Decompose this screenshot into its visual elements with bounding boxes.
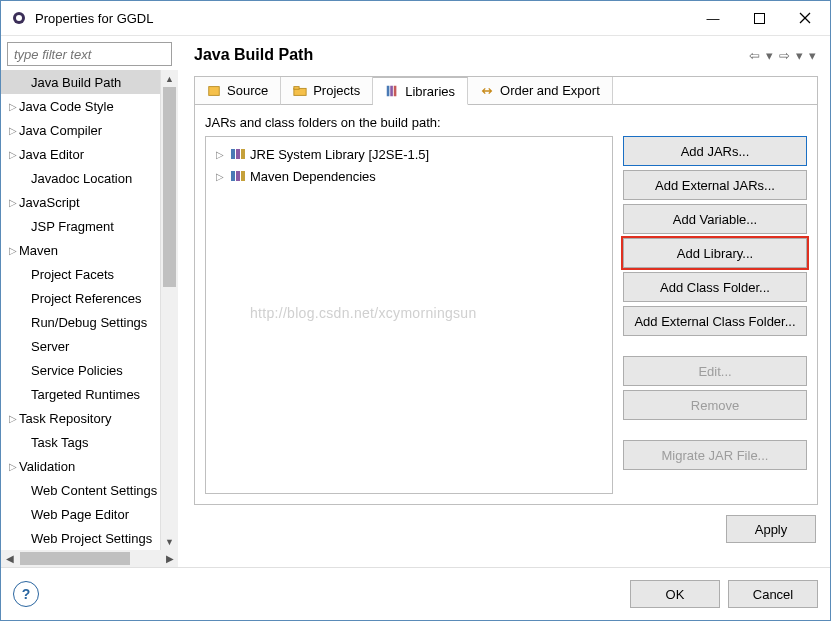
watermark-text: http://blog.csdn.net/xcymorningsun <box>250 305 477 321</box>
sidebar-item[interactable]: Server <box>1 334 160 358</box>
sidebar-item-label: Project Facets <box>31 267 114 282</box>
sidebar-item[interactable]: ▷Java Editor <box>1 142 160 166</box>
order-icon <box>480 84 494 98</box>
svg-rect-2 <box>754 13 764 23</box>
remove-button: Remove <box>623 390 807 420</box>
tab-label: Source <box>227 83 268 98</box>
scroll-right-icon[interactable]: ▶ <box>161 553 178 564</box>
window-title: Properties for GGDL <box>35 11 690 26</box>
sidebar-item[interactable]: Run/Debug Settings <box>1 310 160 334</box>
library-item[interactable]: ▷JRE System Library [J2SE-1.5] <box>210 143 608 165</box>
sidebar-item[interactable]: JSP Fragment <box>1 214 160 238</box>
svg-point-1 <box>16 15 22 21</box>
scroll-left-icon[interactable]: ◀ <box>1 553 18 564</box>
migrate-jar-file-button: Migrate JAR File... <box>623 440 807 470</box>
titlebar[interactable]: Properties for GGDL — <box>1 1 830 36</box>
sidebar-item[interactable]: ▷Maven <box>1 238 160 262</box>
edit-button: Edit... <box>623 356 807 386</box>
sidebar-item[interactable]: Project Facets <box>1 262 160 286</box>
expand-icon[interactable]: ▷ <box>216 171 226 182</box>
library-icon <box>230 170 246 182</box>
close-button[interactable] <box>782 2 828 34</box>
add-jars-button[interactable]: Add JARs... <box>623 136 807 166</box>
sidebar-item[interactable]: Targeted Runtimes <box>1 382 160 406</box>
library-item[interactable]: ▷Maven Dependencies <box>210 165 608 187</box>
add-external-jars-button[interactable]: Add External JARs... <box>623 170 807 200</box>
sidebar-item[interactable]: Project References <box>1 286 160 310</box>
tab-libraries[interactable]: Libraries <box>373 77 468 105</box>
expand-icon[interactable]: ▷ <box>7 149 19 160</box>
button-column: Add JARs...Add External JARs...Add Varia… <box>623 136 807 494</box>
ok-button[interactable]: OK <box>630 580 720 608</box>
projects-icon <box>293 84 307 98</box>
sidebar-item-label: JavaScript <box>19 195 80 210</box>
help-button[interactable]: ? <box>13 581 39 607</box>
sidebar-item[interactable]: ▷Java Compiler <box>1 118 160 142</box>
filter-container <box>7 42 172 66</box>
sidebar-item-label: Run/Debug Settings <box>31 315 147 330</box>
tab-order-and-export[interactable]: Order and Export <box>468 77 613 105</box>
expand-icon[interactable]: ▷ <box>216 149 226 160</box>
scroll-down-icon[interactable]: ▼ <box>161 533 178 550</box>
forward-menu-icon[interactable]: ▾ <box>794 48 805 63</box>
svg-rect-8 <box>387 86 390 97</box>
expand-icon[interactable]: ▷ <box>7 197 19 208</box>
back-icon[interactable]: ⇦ <box>747 48 762 63</box>
sidebar-item-label: Web Page Editor <box>31 507 129 522</box>
menu-icon[interactable]: ▾ <box>807 48 818 63</box>
sidebar-item[interactable]: Task Tags <box>1 430 160 454</box>
libraries-tabpane: JARs and class folders on the build path… <box>194 105 818 505</box>
cancel-button[interactable]: Cancel <box>728 580 818 608</box>
sidebar-item-label: Task Tags <box>31 435 89 450</box>
sidebar-vscrollbar[interactable]: ▲ ▼ <box>160 70 178 550</box>
tab-label: Libraries <box>405 84 455 99</box>
libraries-icon <box>385 84 399 98</box>
sidebar-item[interactable]: Java Build Path <box>1 70 160 94</box>
sidebar-item-label: Java Editor <box>19 147 84 162</box>
page-title: Java Build Path <box>194 46 747 64</box>
scroll-up-icon[interactable]: ▲ <box>161 70 178 87</box>
maximize-button[interactable] <box>736 2 782 34</box>
expand-icon[interactable]: ▷ <box>7 101 19 112</box>
scroll-thumb[interactable] <box>163 87 176 287</box>
sidebar-item[interactable]: Javadoc Location <box>1 166 160 190</box>
library-icon <box>230 148 246 160</box>
svg-rect-10 <box>394 86 397 97</box>
add-class-folder-button[interactable]: Add Class Folder... <box>623 272 807 302</box>
filter-input[interactable] <box>7 42 172 66</box>
category-tree: Java Build Path▷Java Code Style▷Java Com… <box>1 70 178 550</box>
svg-rect-16 <box>241 171 245 181</box>
svg-rect-5 <box>209 86 220 95</box>
sidebar-item[interactable]: ▷JavaScript <box>1 190 160 214</box>
expand-icon[interactable]: ▷ <box>7 125 19 136</box>
app-icon <box>11 10 27 26</box>
sidebar-item[interactable]: ▷Task Repository <box>1 406 160 430</box>
svg-rect-13 <box>241 149 245 159</box>
apply-button[interactable]: Apply <box>726 515 816 543</box>
add-variable-button[interactable]: Add Variable... <box>623 204 807 234</box>
back-menu-icon[interactable]: ▾ <box>764 48 775 63</box>
sidebar-item[interactable]: ▷Java Code Style <box>1 94 160 118</box>
sidebar-item[interactable]: Web Project Settings <box>1 526 160 550</box>
libraries-tree[interactable]: ▷JRE System Library [J2SE-1.5]▷Maven Dep… <box>205 136 613 494</box>
sidebar-hscrollbar[interactable]: ◀ ▶ <box>1 550 178 567</box>
add-library-button[interactable]: Add Library... <box>623 238 807 268</box>
sidebar-item[interactable]: Web Page Editor <box>1 502 160 526</box>
properties-dialog: Properties for GGDL — Java Build Path▷Ja… <box>0 0 831 621</box>
sidebar-item-label: Web Content Settings <box>31 483 157 498</box>
sidebar-item[interactable]: Web Content Settings <box>1 478 160 502</box>
expand-icon[interactable]: ▷ <box>7 461 19 472</box>
sidebar-item[interactable]: ▷Validation <box>1 454 160 478</box>
tab-label: Order and Export <box>500 83 600 98</box>
tab-source[interactable]: Source <box>195 77 281 105</box>
forward-icon[interactable]: ⇨ <box>777 48 792 63</box>
scroll-thumb[interactable] <box>20 552 130 565</box>
svg-rect-7 <box>294 86 299 89</box>
expand-icon[interactable]: ▷ <box>7 413 19 424</box>
expand-icon[interactable]: ▷ <box>7 245 19 256</box>
tab-projects[interactable]: Projects <box>281 77 373 105</box>
sidebar-item[interactable]: Service Policies <box>1 358 160 382</box>
add-external-class-folder-button[interactable]: Add External Class Folder... <box>623 306 807 336</box>
svg-rect-12 <box>236 149 240 159</box>
minimize-button[interactable]: — <box>690 2 736 34</box>
